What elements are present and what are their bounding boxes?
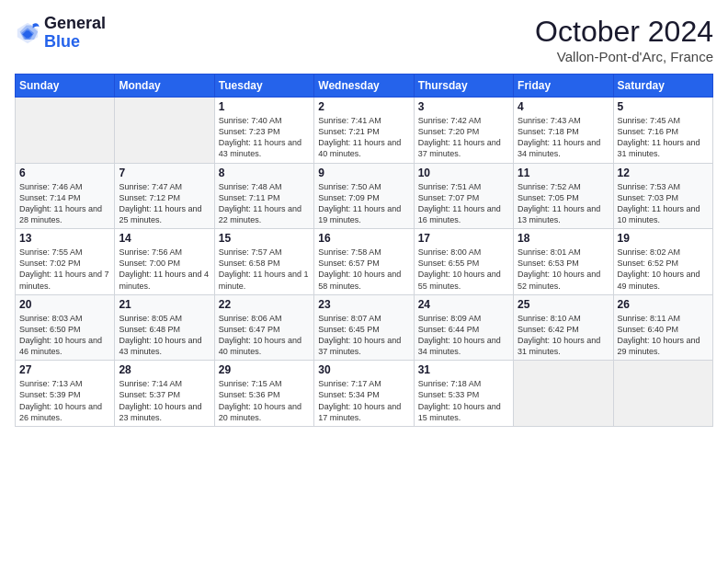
day-info: Sunrise: 7:56 AM Sunset: 7:00 PM Dayligh… [119,247,210,292]
day-number: 29 [219,363,310,376]
col-monday: Monday [115,75,214,98]
day-info: Sunrise: 8:09 AM Sunset: 6:44 PM Dayligh… [418,313,509,358]
day-info: Sunrise: 7:18 AM Sunset: 5:33 PM Dayligh… [418,378,509,423]
day-info: Sunrise: 8:10 AM Sunset: 6:42 PM Dayligh… [518,313,609,358]
day-info: Sunrise: 7:40 AM Sunset: 7:23 PM Dayligh… [219,115,310,160]
table-cell: 23Sunrise: 8:07 AM Sunset: 6:45 PM Dayli… [314,294,414,361]
day-info: Sunrise: 8:02 AM Sunset: 6:52 PM Dayligh… [618,247,709,292]
table-cell: 19Sunrise: 8:02 AM Sunset: 6:52 PM Dayli… [613,229,712,295]
day-info: Sunrise: 7:13 AM Sunset: 5:39 PM Dayligh… [19,378,110,423]
table-cell: 14Sunrise: 7:56 AM Sunset: 7:00 PM Dayli… [115,229,214,295]
day-info: Sunrise: 8:01 AM Sunset: 6:53 PM Dayligh… [518,247,609,292]
calendar-week-5: 27Sunrise: 7:13 AM Sunset: 5:39 PM Dayli… [16,361,713,427]
day-number: 5 [618,100,709,113]
table-cell: 31Sunrise: 7:18 AM Sunset: 5:33 PM Dayli… [414,361,513,427]
day-number: 3 [418,100,509,113]
table-cell: 30Sunrise: 7:17 AM Sunset: 5:34 PM Dayli… [314,361,414,427]
day-number: 15 [219,232,310,245]
day-info: Sunrise: 8:07 AM Sunset: 6:45 PM Dayligh… [318,313,409,358]
day-number: 31 [418,363,509,376]
day-info: Sunrise: 8:05 AM Sunset: 6:48 PM Dayligh… [119,313,210,358]
table-cell: 2Sunrise: 7:41 AM Sunset: 7:21 PM Daylig… [314,98,414,164]
day-number: 4 [518,100,609,113]
day-number: 14 [119,232,210,245]
col-saturday: Saturday [613,75,712,98]
day-info: Sunrise: 7:45 AM Sunset: 7:16 PM Dayligh… [618,115,709,160]
table-cell [16,98,115,164]
table-cell: 26Sunrise: 8:11 AM Sunset: 6:40 PM Dayli… [613,294,712,361]
day-number: 12 [618,167,709,179]
day-number: 10 [418,167,509,179]
day-info: Sunrise: 7:43 AM Sunset: 7:18 PM Dayligh… [518,115,609,160]
calendar-week-4: 20Sunrise: 8:03 AM Sunset: 6:50 PM Dayli… [16,294,713,361]
day-number: 26 [618,298,709,311]
table-cell: 16Sunrise: 7:58 AM Sunset: 6:57 PM Dayli… [314,229,414,295]
table-cell: 5Sunrise: 7:45 AM Sunset: 7:16 PM Daylig… [613,98,712,164]
table-cell: 4Sunrise: 7:43 AM Sunset: 7:18 PM Daylig… [514,98,613,164]
day-number: 28 [119,363,210,376]
title-block: October 2024 Vallon-Pont-d'Arc, France [535,15,713,64]
table-cell: 11Sunrise: 7:52 AM Sunset: 7:05 PM Dayli… [514,163,613,229]
day-info: Sunrise: 7:57 AM Sunset: 6:58 PM Dayligh… [219,247,310,292]
col-tuesday: Tuesday [214,75,313,98]
day-info: Sunrise: 8:11 AM Sunset: 6:40 PM Dayligh… [618,313,709,358]
col-sunday: Sunday [16,75,115,98]
day-number: 25 [518,298,609,311]
day-number: 21 [119,298,210,311]
day-info: Sunrise: 8:00 AM Sunset: 6:55 PM Dayligh… [418,247,509,292]
calendar-week-1: 1Sunrise: 7:40 AM Sunset: 7:23 PM Daylig… [16,98,713,164]
day-info: Sunrise: 7:47 AM Sunset: 7:12 PM Dayligh… [119,181,210,226]
page: General Blue October 2024 Vallon-Pont-d'… [0,0,728,563]
day-number: 8 [219,167,310,179]
table-cell: 3Sunrise: 7:42 AM Sunset: 7:20 PM Daylig… [414,98,513,164]
day-number: 11 [518,167,609,179]
table-cell: 22Sunrise: 8:06 AM Sunset: 6:47 PM Dayli… [214,294,313,361]
day-info: Sunrise: 7:42 AM Sunset: 7:20 PM Dayligh… [418,115,509,160]
day-info: Sunrise: 7:17 AM Sunset: 5:34 PM Dayligh… [318,378,409,423]
day-number: 19 [618,232,709,245]
table-cell [514,361,613,427]
day-info: Sunrise: 7:41 AM Sunset: 7:21 PM Dayligh… [318,115,409,160]
table-cell: 29Sunrise: 7:15 AM Sunset: 5:36 PM Dayli… [214,361,313,427]
table-cell: 28Sunrise: 7:14 AM Sunset: 5:37 PM Dayli… [115,361,214,427]
calendar-week-3: 13Sunrise: 7:55 AM Sunset: 7:02 PM Dayli… [16,229,713,295]
col-thursday: Thursday [414,75,513,98]
calendar-table: Sunday Monday Tuesday Wednesday Thursday… [15,74,713,427]
table-cell: 9Sunrise: 7:50 AM Sunset: 7:09 PM Daylig… [314,163,414,229]
day-number: 22 [219,298,310,311]
day-number: 30 [318,363,409,376]
day-number: 2 [318,100,409,113]
col-wednesday: Wednesday [314,75,414,98]
day-number: 23 [318,298,409,311]
day-number: 16 [318,232,409,245]
day-info: Sunrise: 7:50 AM Sunset: 7:09 PM Dayligh… [318,181,409,226]
table-cell: 18Sunrise: 8:01 AM Sunset: 6:53 PM Dayli… [514,229,613,295]
table-cell [115,98,214,164]
col-friday: Friday [514,75,613,98]
day-number: 7 [119,167,210,179]
table-cell: 1Sunrise: 7:40 AM Sunset: 7:23 PM Daylig… [214,98,313,164]
logo: General Blue [15,15,106,52]
day-info: Sunrise: 7:51 AM Sunset: 7:07 PM Dayligh… [418,181,509,226]
header: General Blue October 2024 Vallon-Pont-d'… [15,15,713,64]
day-info: Sunrise: 7:14 AM Sunset: 5:37 PM Dayligh… [119,378,210,423]
day-info: Sunrise: 7:48 AM Sunset: 7:11 PM Dayligh… [219,181,310,226]
logo-line1: General [44,15,106,33]
month-title: October 2024 [535,15,713,49]
day-number: 27 [19,363,110,376]
table-cell: 10Sunrise: 7:51 AM Sunset: 7:07 PM Dayli… [414,163,513,229]
day-info: Sunrise: 7:15 AM Sunset: 5:36 PM Dayligh… [219,378,310,423]
table-cell: 20Sunrise: 8:03 AM Sunset: 6:50 PM Dayli… [16,294,115,361]
table-cell: 25Sunrise: 8:10 AM Sunset: 6:42 PM Dayli… [514,294,613,361]
day-info: Sunrise: 8:03 AM Sunset: 6:50 PM Dayligh… [19,313,110,358]
day-info: Sunrise: 7:58 AM Sunset: 6:57 PM Dayligh… [318,247,409,292]
day-number: 9 [318,167,409,179]
table-cell: 17Sunrise: 8:00 AM Sunset: 6:55 PM Dayli… [414,229,513,295]
table-cell: 27Sunrise: 7:13 AM Sunset: 5:39 PM Dayli… [16,361,115,427]
day-number: 24 [418,298,509,311]
day-info: Sunrise: 7:46 AM Sunset: 7:14 PM Dayligh… [19,181,110,226]
day-number: 6 [19,167,110,179]
day-info: Sunrise: 8:06 AM Sunset: 6:47 PM Dayligh… [219,313,310,358]
calendar-week-2: 6Sunrise: 7:46 AM Sunset: 7:14 PM Daylig… [16,163,713,229]
day-number: 18 [518,232,609,245]
